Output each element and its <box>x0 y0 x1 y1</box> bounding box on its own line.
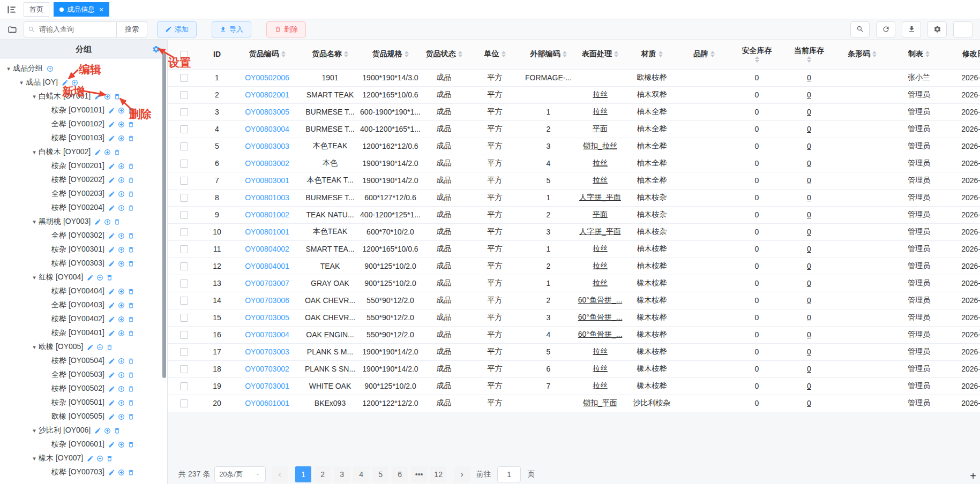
cell-code[interactable]: OY00803005 <box>245 108 289 116</box>
col-header-surface[interactable]: 表面处理 <box>574 40 626 69</box>
col-header-creator[interactable]: 制表 <box>889 40 948 69</box>
cell-code[interactable]: OY00803004 <box>245 125 289 133</box>
tree-node-label[interactable]: 沙比利 [OY006] <box>39 426 91 435</box>
tree-node-label[interactable]: 桉桦 [OY00502] <box>51 384 104 394</box>
cell-surface[interactable]: 锁扣_平面 <box>583 398 617 407</box>
row-checkbox[interactable] <box>180 399 188 407</box>
tree-node-label[interactable]: 桉杂 [OY00101] <box>51 105 104 115</box>
caret-down-icon[interactable]: ▾ <box>17 79 26 86</box>
tree-node-label[interactable]: 桉桦 [OY00204] <box>51 203 104 213</box>
delete-icon[interactable] <box>128 260 134 267</box>
cell-code[interactable]: OY00804002 <box>245 245 289 253</box>
add-icon[interactable] <box>118 316 125 323</box>
cell-current[interactable]: 0 <box>807 73 811 82</box>
tree-node-label[interactable]: 红橡 [OY004] <box>39 273 83 282</box>
cell-code[interactable]: OY00801002 <box>245 210 289 219</box>
edit-icon[interactable] <box>108 246 115 253</box>
add-icon[interactable] <box>118 413 125 420</box>
cell-code[interactable]: OY00703002 <box>245 365 289 373</box>
cell-code[interactable]: OY00804001 <box>245 262 289 270</box>
search-icon-button[interactable] <box>850 21 870 37</box>
cell-surface[interactable]: 60°鱼骨拼_... <box>578 296 623 304</box>
add-icon[interactable] <box>118 372 125 379</box>
delete-icon[interactable] <box>128 191 134 198</box>
col-header-safety[interactable]: 安全库存 <box>730 40 783 69</box>
tree-node-label[interactable]: 桉杂 [OY00201] <box>51 161 104 171</box>
download-icon-button[interactable] <box>902 21 921 37</box>
add-icon[interactable] <box>118 163 125 170</box>
tree-node-label[interactable]: 桉桦 [OY00202] <box>51 175 104 185</box>
select-all-checkbox[interactable] <box>180 51 188 59</box>
add-icon[interactable] <box>104 427 111 434</box>
add-icon[interactable] <box>118 302 125 309</box>
cell-current[interactable]: 0 <box>807 313 811 322</box>
edit-icon[interactable] <box>108 177 115 184</box>
add-icon[interactable] <box>118 232 125 239</box>
delete-icon[interactable] <box>114 93 121 100</box>
tree-node-label[interactable]: 桉杂 [OY00501] <box>51 398 104 407</box>
cell-surface[interactable]: 拉丝 <box>593 244 608 253</box>
tree-node-label[interactable]: 全桦 [OY00302] <box>51 231 104 240</box>
caret-down-icon[interactable]: ▾ <box>30 218 39 225</box>
col-header-material[interactable]: 材质 <box>626 40 678 69</box>
tab-成品信息[interactable]: 成品信息× <box>54 2 109 17</box>
delete-icon[interactable] <box>128 205 134 211</box>
cell-code[interactable]: OY00601001 <box>245 399 289 407</box>
sort-caret-icon[interactable] <box>563 51 567 57</box>
add-icon[interactable] <box>118 246 125 253</box>
sort-caret-icon[interactable] <box>614 51 618 57</box>
cell-surface[interactable]: 拉丝 <box>593 381 608 390</box>
tree-node-label[interactable]: 欧橡 [OY00505] <box>51 412 104 421</box>
col-header-code[interactable]: 货品编码 <box>234 40 300 69</box>
edit-icon[interactable] <box>108 302 115 309</box>
add-icon[interactable] <box>118 205 125 211</box>
delete-icon[interactable] <box>106 274 113 281</box>
delete-icon[interactable] <box>114 149 121 156</box>
cell-code[interactable]: OY00703006 <box>245 296 289 305</box>
edit-icon[interactable] <box>108 330 115 337</box>
col-header-spec[interactable]: 货品规格 <box>360 40 421 69</box>
delete-button[interactable]: 删除 <box>266 21 306 37</box>
caret-down-icon[interactable]: ▾ <box>30 274 39 281</box>
edit-icon[interactable] <box>108 385 115 392</box>
delete-icon[interactable] <box>128 330 134 337</box>
cell-current[interactable]: 0 <box>807 176 811 185</box>
cell-current[interactable]: 0 <box>807 365 811 373</box>
tree-node-label[interactable]: 桉桦 [OY00402] <box>51 314 104 324</box>
add-icon[interactable] <box>118 469 125 476</box>
cell-surface[interactable]: 拉丝 <box>593 364 608 373</box>
add-icon[interactable] <box>96 274 103 281</box>
add-icon[interactable] <box>104 149 111 156</box>
search-button[interactable]: 搜索 <box>117 21 147 37</box>
caret-down-icon[interactable]: ▾ <box>4 65 13 72</box>
delete-icon[interactable] <box>128 372 134 379</box>
edit-icon[interactable] <box>94 149 101 156</box>
edit-icon[interactable] <box>108 469 115 476</box>
caret-down-icon[interactable]: ▾ <box>30 93 39 100</box>
tree-node-label[interactable]: 黑胡桃 [OY003] <box>39 217 91 226</box>
add-icon[interactable] <box>118 385 125 392</box>
add-icon[interactable] <box>104 218 111 225</box>
sort-caret-icon[interactable] <box>807 56 811 63</box>
add-button[interactable]: 添加 <box>157 21 197 37</box>
page-button-12[interactable]: 12 <box>430 466 446 482</box>
delete-icon[interactable] <box>128 358 134 365</box>
search-input[interactable] <box>24 21 117 37</box>
cell-current[interactable]: 0 <box>807 108 811 116</box>
page-button-5[interactable]: 5 <box>372 466 388 482</box>
cell-current[interactable]: 0 <box>807 347 811 356</box>
row-checkbox[interactable] <box>180 74 188 82</box>
cell-code[interactable]: OY00803001 <box>245 176 289 185</box>
next-page-button[interactable]: › <box>454 466 470 482</box>
edit-icon[interactable] <box>108 205 115 211</box>
col-header-date[interactable]: 修改日期 <box>948 40 980 69</box>
row-checkbox[interactable] <box>180 91 188 99</box>
add-icon[interactable] <box>118 107 125 114</box>
delete-icon[interactable] <box>114 218 121 225</box>
blank-button[interactable] <box>953 21 972 37</box>
cell-surface[interactable]: 人字拼_平面 <box>579 193 621 201</box>
add-icon[interactable] <box>118 135 125 142</box>
delete-icon[interactable] <box>128 441 134 448</box>
cell-surface[interactable]: 锁扣_拉丝 <box>583 141 617 150</box>
sidebar-scrollbar[interactable] <box>162 53 166 378</box>
